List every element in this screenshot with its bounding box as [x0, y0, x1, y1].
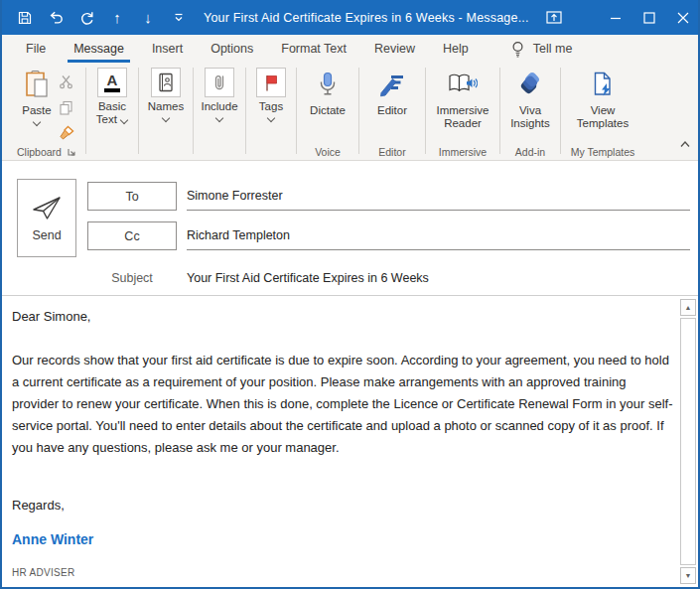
basic-text-icon: A: [97, 68, 127, 97]
tab-options[interactable]: Options: [197, 35, 267, 63]
tab-format-text[interactable]: Format Text: [267, 35, 360, 63]
compose-header: Send To Simone Forrester Cc Richard Temp…: [2, 161, 698, 295]
tab-message[interactable]: Message: [60, 35, 138, 63]
window-controls: [537, 0, 700, 35]
cc-button[interactable]: Cc: [87, 221, 177, 250]
message-body-text[interactable]: Dear Simone, Our records show that your …: [12, 306, 675, 589]
ribbon: Paste Clipboard: [2, 63, 698, 161]
paste-icon: [23, 68, 51, 101]
chevron-down-icon: [267, 115, 275, 121]
microphone-icon: [317, 68, 339, 101]
send-plane-icon: [30, 194, 64, 221]
close-icon[interactable]: [666, 0, 700, 35]
basic-text-button[interactable]: A Basic Text: [89, 68, 135, 144]
tab-help[interactable]: Help: [429, 35, 483, 63]
outlook-message-window: ↑ ↓ Your First Aid Certificate Expires i…: [0, 0, 700, 589]
format-painter-icon[interactable]: [56, 122, 77, 144]
editor-group: Editor Editor: [359, 63, 425, 160]
ribbon-tab-row: File Message Insert Options Format Text …: [2, 35, 698, 63]
immersive-group: Immersive Reader Immersive: [426, 63, 499, 160]
tab-insert[interactable]: Insert: [138, 35, 197, 63]
view-templates-icon: [591, 68, 615, 101]
view-templates-button[interactable]: View Templates: [571, 68, 634, 144]
immersive-reader-button[interactable]: Immersive Reader: [432, 68, 493, 144]
names-group: Names: [139, 63, 193, 160]
tell-me-box[interactable]: Tell me: [502, 35, 581, 63]
undo-icon[interactable]: [47, 9, 65, 27]
to-row: To Simone Forrester: [87, 182, 690, 212]
subject-field[interactable]: Your First Aid Certificate Expires in 6 …: [187, 263, 690, 292]
collapse-ribbon-icon[interactable]: [672, 134, 698, 154]
window-title: Your First Aid Certificate Expires in 6 …: [204, 11, 529, 25]
addin-group-label: Add-in: [515, 146, 545, 158]
immersive-group-label: Immersive: [439, 146, 487, 158]
cut-icon[interactable]: [56, 71, 77, 92]
names-button[interactable]: Names: [148, 68, 184, 144]
subject-label: Subject: [87, 263, 177, 292]
scrollbar-thumb[interactable]: [680, 318, 696, 565]
tags-button[interactable]: Tags: [256, 68, 286, 144]
dictate-button[interactable]: Dictate: [310, 68, 346, 144]
message-body-area[interactable]: Dear Simone, Our records show that your …: [2, 295, 698, 587]
chevron-down-icon: [162, 115, 170, 121]
my-templates-group: View Templates My Templates: [561, 63, 644, 160]
send-label: Send: [32, 228, 61, 242]
scroll-up-button[interactable]: ▲: [680, 299, 696, 316]
editor-button[interactable]: Editor: [377, 68, 407, 144]
clipboard-dialog-launcher-icon[interactable]: [67, 147, 76, 157]
popout-icon[interactable]: [537, 0, 571, 35]
send-button[interactable]: Send: [17, 179, 76, 257]
signature-name: Anne Winter: [12, 528, 675, 550]
viva-insights-button[interactable]: Viva Insights: [505, 68, 555, 144]
clipboard-group-label: Clipboard: [17, 146, 62, 158]
closing: Regards,: [12, 495, 675, 516]
chevron-down-icon: [120, 117, 128, 123]
clipboard-group: Paste Clipboard: [8, 63, 85, 160]
greeting: Dear Simone,: [12, 306, 675, 328]
copy-icon[interactable]: [56, 96, 77, 118]
subject-row: Subject Your First Aid Certificate Expir…: [87, 263, 690, 293]
lightbulb-icon: [510, 41, 525, 58]
addin-group: Viva Insights Add-in: [500, 63, 560, 160]
to-field[interactable]: Simone Forrester: [187, 182, 690, 211]
cc-row: Cc Richard Templeton: [87, 221, 690, 251]
minimize-icon[interactable]: [599, 0, 632, 35]
move-down-icon[interactable]: ↓: [139, 9, 157, 27]
editor-group-label: Editor: [378, 146, 405, 158]
redo-icon[interactable]: [77, 9, 95, 27]
cc-recipient[interactable]: Richard Templeton: [187, 228, 290, 242]
tab-review[interactable]: Review: [360, 35, 429, 63]
my-templates-group-label: My Templates: [571, 146, 635, 158]
immersive-reader-icon: [448, 68, 478, 101]
chevron-down-icon: [215, 115, 223, 121]
scroll-down-button[interactable]: ▼: [680, 567, 696, 584]
editor-pencil-icon: [378, 68, 406, 101]
viva-insights-icon: [516, 68, 544, 101]
maximize-icon[interactable]: [632, 0, 666, 35]
voice-group-label: Voice: [315, 146, 341, 158]
signature-title: HR ADVISER: [12, 562, 675, 584]
quick-access-toolbar: ↑ ↓: [0, 9, 188, 27]
move-up-icon[interactable]: ↑: [108, 9, 126, 27]
paste-button[interactable]: Paste: [22, 68, 51, 144]
chevron-down-icon: [33, 119, 41, 125]
body-paragraph: Our records show that your first aid cer…: [12, 350, 675, 459]
cc-field[interactable]: Richard Templeton: [187, 221, 690, 250]
save-icon[interactable]: [16, 9, 34, 27]
titlebar: ↑ ↓ Your First Aid Certificate Expires i…: [0, 0, 700, 35]
to-recipient[interactable]: Simone Forrester: [187, 189, 283, 203]
voice-group: Dictate Voice: [297, 63, 358, 160]
tags-group: Tags: [246, 63, 296, 160]
customize-quick-access-icon[interactable]: [170, 9, 188, 27]
to-button[interactable]: To: [87, 182, 177, 211]
flag-icon: [256, 68, 286, 97]
address-book-icon: [151, 68, 181, 97]
paperclip-icon: [205, 68, 234, 97]
tell-me-label: Tell me: [533, 42, 573, 56]
tab-file[interactable]: File: [12, 35, 60, 63]
vertical-scrollbar[interactable]: ▲ ▼: [680, 299, 696, 584]
include-group: Include: [194, 63, 245, 160]
include-button[interactable]: Include: [201, 68, 237, 144]
basic-text-group: A Basic Text: [86, 63, 138, 160]
